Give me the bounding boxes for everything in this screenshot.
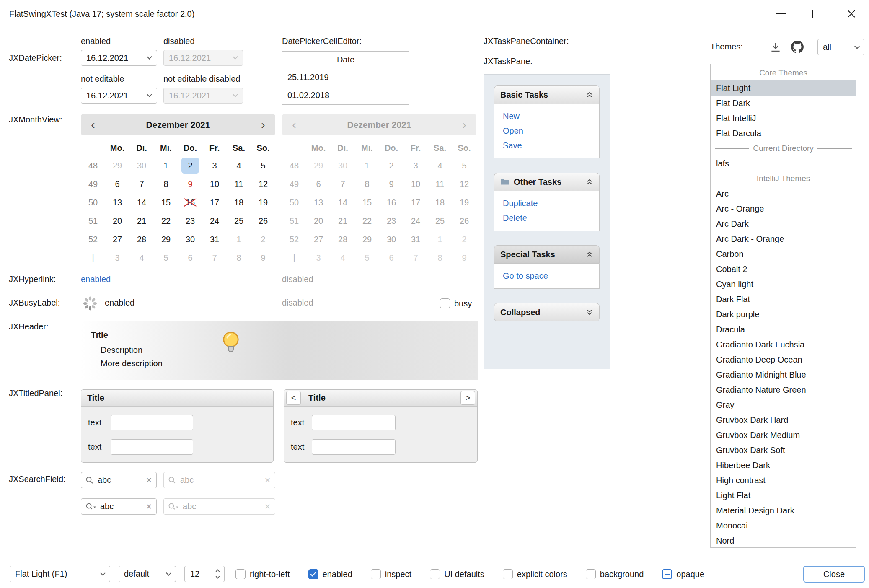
- taskpane-link[interactable]: Delete: [503, 213, 591, 223]
- checkbox-background[interactable]: background: [586, 569, 644, 579]
- calendar-day[interactable]: 28: [129, 230, 154, 249]
- calendar-day[interactable]: 23: [178, 212, 202, 230]
- theme-item[interactable]: Arc - Orange: [711, 201, 856, 216]
- hyperlink-enabled[interactable]: enabled: [81, 275, 111, 284]
- calendar-day[interactable]: 12: [251, 175, 275, 193]
- calendar-day[interactable]: 22: [154, 212, 178, 230]
- calendar-day[interactable]: 17: [202, 193, 227, 212]
- close-window-button[interactable]: [834, 0, 869, 28]
- calendar-day[interactable]: 16: [178, 193, 202, 212]
- theme-item[interactable]: Gruvbox Dark Hard: [711, 412, 856, 427]
- calendar-day[interactable]: 4: [129, 249, 154, 267]
- calendar-day[interactable]: 1: [154, 156, 178, 175]
- text-field[interactable]: [111, 439, 193, 455]
- calendar-day[interactable]: 11: [227, 175, 251, 193]
- theme-item[interactable]: Flat IntelliJ: [711, 111, 856, 126]
- calendar-day[interactable]: 30: [129, 156, 154, 175]
- theme-item[interactable]: Gruvbox Dark Soft: [711, 443, 856, 458]
- clear-icon[interactable]: ✕: [146, 476, 152, 485]
- calendar-day[interactable]: 7: [202, 249, 227, 267]
- calendar-day[interactable]: 21: [129, 212, 154, 230]
- theme-item[interactable]: Monocai: [711, 518, 856, 533]
- datepicker-enabled[interactable]: 16.12.2021: [81, 50, 157, 66]
- checkbox-enabled[interactable]: enabled: [308, 569, 352, 579]
- minimize-button[interactable]: [763, 0, 799, 28]
- laf-combo[interactable]: Flat Light (F1): [10, 566, 110, 582]
- theme-item[interactable]: Dark Flat: [711, 292, 856, 307]
- checkbox-opaque[interactable]: opaque: [662, 569, 704, 579]
- theme-item[interactable]: Material Design Dark: [711, 503, 856, 518]
- close-dialog-button[interactable]: Close: [803, 566, 865, 583]
- theme-item[interactable]: Flat Dark: [711, 96, 856, 111]
- theme-item[interactable]: Cobalt 2: [711, 262, 856, 277]
- calendar-day[interactable]: 9: [251, 249, 275, 267]
- theme-item[interactable]: Dracula: [711, 322, 856, 337]
- taskpane-link[interactable]: Duplicate: [503, 199, 591, 208]
- table-row[interactable]: 01.02.2018: [282, 86, 409, 104]
- theme-item[interactable]: Arc: [711, 186, 856, 201]
- calendar-day[interactable]: 19: [251, 193, 275, 212]
- calendar-day[interactable]: 29: [105, 156, 129, 175]
- calendar-day[interactable]: 2: [178, 156, 202, 175]
- theme-item[interactable]: Carbon: [711, 246, 856, 262]
- calendar-day[interactable]: 2: [251, 230, 275, 249]
- checkbox-ui-defaults[interactable]: UI defaults: [430, 569, 484, 579]
- github-button[interactable]: [790, 40, 804, 54]
- calendar-day[interactable]: 6: [178, 249, 202, 267]
- calendar-day[interactable]: 4: [227, 156, 251, 175]
- calendar-day[interactable]: 29: [154, 230, 178, 249]
- prev-month-button[interactable]: ‹: [81, 119, 105, 131]
- calendar-day[interactable]: 18: [227, 193, 251, 212]
- text-field[interactable]: [312, 439, 396, 455]
- calendar-day[interactable]: 8: [227, 249, 251, 267]
- taskpane-title-bar[interactable]: Collapsed: [494, 303, 600, 321]
- calendar-day[interactable]: 13: [105, 193, 129, 212]
- titled-next-button[interactable]: >: [460, 391, 475, 405]
- calendar-day[interactable]: 14: [129, 193, 154, 212]
- busy-checkbox[interactable]: busy: [440, 295, 472, 312]
- calendar-day[interactable]: 5: [251, 156, 275, 175]
- taskpane-link[interactable]: Go to space: [503, 271, 591, 281]
- theme-item[interactable]: Light Flat: [711, 488, 856, 503]
- theme-item[interactable]: Flat Light: [711, 80, 856, 96]
- calendar-day[interactable]: 10: [202, 175, 227, 193]
- theme-item[interactable]: Gradianto Deep Ocean: [711, 352, 856, 367]
- calendar-day[interactable]: 3: [202, 156, 227, 175]
- style-combo[interactable]: default: [119, 566, 176, 582]
- theme-item[interactable]: Gradianto Midnight Blue: [711, 367, 856, 382]
- taskpane-title-bar[interactable]: Special Tasks: [494, 245, 600, 264]
- theme-item[interactable]: Cyan light: [711, 277, 856, 292]
- calendar-day[interactable]: 20: [105, 212, 129, 230]
- theme-item[interactable]: High contrast: [711, 473, 856, 488]
- calendar-day[interactable]: 27: [105, 230, 129, 249]
- spinner-down-button[interactable]: [211, 574, 224, 582]
- clear-icon[interactable]: ✕: [146, 502, 152, 511]
- text-field[interactable]: [111, 415, 193, 430]
- calendar-day[interactable]: 1: [227, 230, 251, 249]
- calendar-day[interactable]: 30: [178, 230, 202, 249]
- theme-item[interactable]: Gray: [711, 397, 856, 412]
- calendar-day[interactable]: 26: [251, 212, 275, 230]
- datepicker-not-editable[interactable]: 16.12.2021: [81, 88, 157, 104]
- expand-icon[interactable]: [586, 309, 593, 316]
- theme-item[interactable]: Gradianto Dark Fuchsia: [711, 337, 856, 352]
- calendar-day[interactable]: 15: [154, 193, 178, 212]
- maximize-button[interactable]: [799, 0, 834, 28]
- theme-item[interactable]: Flat Darcula: [711, 126, 856, 141]
- calendar-day[interactable]: 3: [105, 249, 129, 267]
- theme-item[interactable]: lafs: [711, 156, 856, 171]
- theme-item[interactable]: Nord: [711, 533, 856, 548]
- theme-item[interactable]: Hiberbee Dark: [711, 458, 856, 473]
- checkbox-inspect[interactable]: inspect: [371, 569, 411, 579]
- collapse-icon[interactable]: [586, 179, 593, 185]
- calendar-day[interactable]: 5: [154, 249, 178, 267]
- calendar-day[interactable]: 24: [202, 212, 227, 230]
- datepicker-dropdown-button[interactable]: [142, 50, 157, 65]
- spinner-up-button[interactable]: [211, 566, 224, 574]
- search-field[interactable]: abc ✕: [81, 472, 157, 488]
- calendar-day[interactable]: 9: [178, 175, 202, 193]
- collapse-icon[interactable]: [586, 91, 593, 98]
- taskpane-title-bar[interactable]: Basic Tasks: [494, 85, 600, 104]
- datepicker-dropdown-button[interactable]: [142, 88, 157, 103]
- theme-item[interactable]: Arc Dark: [711, 216, 856, 231]
